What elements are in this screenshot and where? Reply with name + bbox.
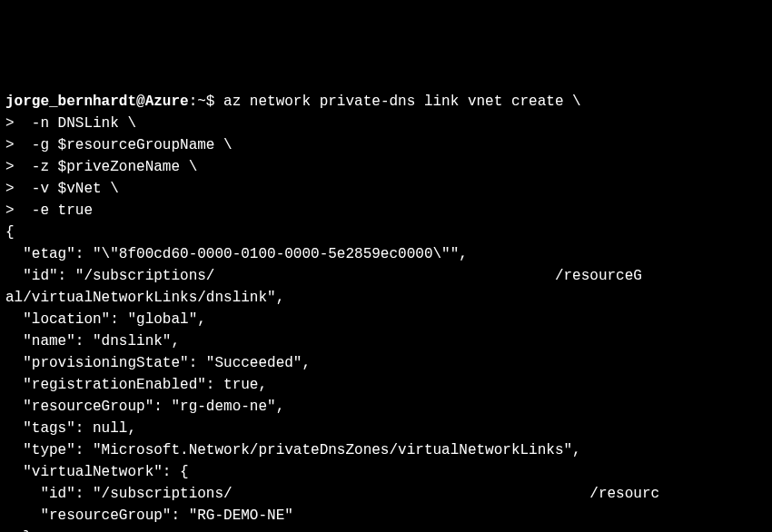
terminal-line: "etag": "\"8f00cd60-0000-0100-0000-5e285… — [5, 243, 767, 265]
terminal-line: jorge_bernhardt@Azure:~$ az network priv… — [5, 91, 767, 113]
prompt-user-host: jorge_bernhardt@Azure — [5, 94, 189, 110]
command-text: az network private-dns link vnet create … — [223, 94, 581, 110]
terminal-line: "tags": null, — [5, 418, 767, 439]
output-text: "tags": null, — [5, 420, 136, 437]
terminal-line: { — [5, 222, 767, 243]
terminal-line: "virtualNetwork": { — [5, 461, 767, 483]
terminal-line: al/virtualNetworkLinks/dnslink", — [5, 287, 767, 309]
output-text: > -g $resourceGroupName \ — [5, 137, 233, 153]
terminal-line: "location": "global", — [5, 309, 767, 330]
output-text: "registrationEnabled": true, — [5, 377, 267, 393]
terminal-line: "id": "/subscriptions/ /resourceG — [5, 265, 767, 287]
output-text: "name": "dnslink", — [5, 333, 180, 350]
output-text: "id": "/subscriptions/ /resourceG — [5, 268, 642, 284]
output-text: "virtualNetwork": { — [5, 464, 189, 480]
output-text: > -e true — [5, 202, 93, 219]
terminal-line: "registrationEnabled": true, — [5, 374, 767, 396]
output-text: > -v $vNet \ — [5, 181, 119, 197]
output-text: "id": "/subscriptions/ /resourc — [5, 486, 659, 502]
terminal-line: }, — [5, 527, 767, 532]
terminal-line: "name": "dnslink", — [5, 330, 767, 352]
terminal-line: "type": "Microsoft.Network/privateDnsZon… — [5, 439, 767, 461]
output-text: "etag": "\"8f00cd60-0000-0100-0000-5e285… — [5, 246, 468, 262]
output-text: "resourceGroup": "RG-DEMO-NE" — [5, 507, 293, 524]
terminal-line: > -v $vNet \ — [5, 178, 767, 200]
terminal-line: > -n DNSLink \ — [5, 113, 767, 134]
terminal-output[interactable]: jorge_bernhardt@Azure:~$ az network priv… — [5, 91, 767, 532]
output-text: "resourceGroup": "rg-demo-ne", — [5, 399, 284, 415]
output-text: "location": "global", — [5, 311, 206, 328]
prompt-separator: :~$ — [189, 94, 223, 110]
terminal-line: "id": "/subscriptions/ /resourc — [5, 483, 767, 505]
terminal-line: "resourceGroup": "RG-DEMO-NE" — [5, 505, 767, 527]
output-text: > -z $priveZoneName \ — [5, 159, 197, 175]
output-text: al/virtualNetworkLinks/dnslink", — [5, 290, 284, 306]
terminal-line: "resourceGroup": "rg-demo-ne", — [5, 396, 767, 418]
terminal-line: > -e true — [5, 200, 767, 222]
terminal-line: "provisioningState": "Succeeded", — [5, 352, 767, 374]
output-text: > -n DNSLink \ — [5, 115, 136, 132]
output-text: "provisioningState": "Succeeded", — [5, 355, 311, 371]
terminal-line: > -z $priveZoneName \ — [5, 156, 767, 178]
terminal-line: > -g $resourceGroupName \ — [5, 134, 767, 156]
output-text: { — [5, 224, 15, 241]
output-text: "type": "Microsoft.Network/privateDnsZon… — [5, 442, 581, 458]
